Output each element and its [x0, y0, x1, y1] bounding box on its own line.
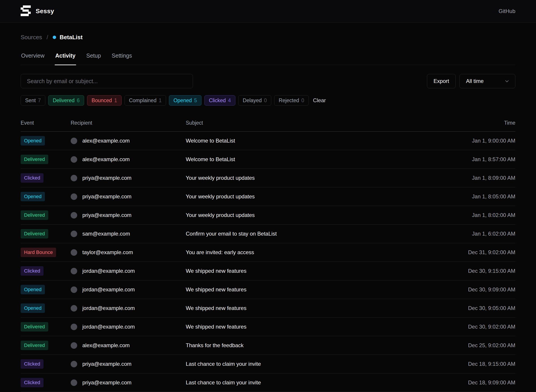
email-subject: Thanks for the feedback — [186, 342, 403, 349]
github-link[interactable]: GitHub — [498, 8, 515, 14]
event-badge: Opened — [21, 285, 45, 294]
event-badge: Delivered — [21, 229, 48, 238]
email-subject: You are invited: early access — [186, 249, 403, 256]
avatar — [71, 249, 77, 256]
event-badge: Clicked — [21, 359, 43, 369]
avatar — [71, 231, 77, 237]
breadcrumb-current: BetaList — [60, 34, 83, 41]
top-bar: Sessy GitHub — [0, 0, 536, 23]
event-time: Jan 1, 6:02:00 AM — [403, 231, 515, 237]
email-subject: Confirm your email to stay on BetaList — [186, 231, 403, 237]
recipient-email: jordan@example.com — [82, 324, 135, 330]
avatar — [71, 286, 77, 293]
table-row[interactable]: Opened jordan@example.com We shipped new… — [21, 280, 515, 299]
avatar — [71, 324, 77, 330]
main-content: Sources / BetaList OverviewActivitySetup… — [0, 34, 536, 392]
event-time: Jan 1, 8:05:00 AM — [403, 193, 515, 200]
recipient-email: priya@example.com — [82, 175, 132, 181]
event-badge: Opened — [21, 136, 45, 145]
table-row[interactable]: Clicked priya@example.com Your weekly pr… — [21, 169, 515, 187]
avatar — [71, 138, 77, 144]
event-badge: Clicked — [21, 173, 43, 183]
tab-settings[interactable]: Settings — [111, 52, 132, 65]
event-time: Jan 1, 9:00:00 AM — [403, 138, 515, 144]
event-time: Dec 18, 9:15:00 AM — [403, 361, 515, 367]
table-row[interactable]: Delivered alex@example.com Thanks for th… — [21, 336, 515, 355]
tab-overview[interactable]: Overview — [21, 52, 45, 65]
table-body: Opened alex@example.com Welcome to BetaL… — [21, 131, 515, 392]
avatar — [71, 361, 77, 367]
table-row[interactable]: Delivered priya@example.com Your weekly … — [21, 206, 515, 224]
recipient-email: priya@example.com — [82, 212, 132, 218]
event-badge: Opened — [21, 303, 45, 313]
email-subject: We shipped new features — [186, 286, 403, 293]
email-subject: Welcome to BetaList — [186, 156, 403, 163]
filter-chip-complained[interactable]: Complained 1 — [124, 95, 166, 106]
event-badge: Delivered — [21, 322, 48, 331]
table-row[interactable]: Delivered alex@example.com Welcome to Be… — [21, 150, 515, 169]
event-badge: Delivered — [21, 210, 48, 220]
table-row[interactable]: Opened priya@example.com Your weekly pro… — [21, 187, 515, 206]
avatar — [71, 175, 77, 181]
avatar — [71, 342, 77, 349]
table-row[interactable]: Opened alex@example.com Welcome to BetaL… — [21, 131, 515, 150]
email-subject: Welcome to BetaList — [186, 138, 403, 144]
table-row[interactable]: Hard Bounce taylor@example.com You are i… — [21, 243, 515, 262]
avatar — [71, 212, 77, 219]
breadcrumb-separator: / — [46, 34, 49, 41]
app-logo-icon — [21, 5, 31, 18]
table-row[interactable]: Opened jordan@example.com We shipped new… — [21, 299, 515, 317]
filter-chip-bounced[interactable]: Bounced 1 — [87, 95, 122, 106]
event-badge: Delivered — [21, 155, 48, 164]
tab-activity[interactable]: Activity — [55, 52, 76, 65]
filter-chip-sent[interactable]: Sent 7 — [21, 95, 45, 106]
email-subject: Your weekly product updates — [186, 212, 403, 218]
table-row[interactable]: Delivered jordan@example.com We shipped … — [21, 317, 515, 336]
toolbar-actions: Export All time — [427, 74, 515, 88]
tab-bar: OverviewActivitySetupSettings — [21, 52, 515, 65]
filter-chip-clicked[interactable]: Clicked 4 — [204, 95, 235, 106]
column-header-event: Event — [21, 120, 71, 126]
time-range-select[interactable]: All time — [460, 74, 515, 88]
avatar — [71, 379, 77, 386]
search-input[interactable] — [21, 74, 193, 88]
recipient-email: jordan@example.com — [82, 268, 135, 274]
recipient-email: priya@example.com — [82, 379, 132, 386]
event-badge: Delivered — [21, 341, 48, 350]
table-row[interactable]: Delivered sam@example.com Confirm your e… — [21, 224, 515, 243]
breadcrumb: Sources / BetaList — [21, 34, 515, 41]
filter-chip-delivered[interactable]: Delivered 6 — [48, 95, 84, 106]
recipient-email: alex@example.com — [82, 156, 130, 163]
filter-chip-delayed[interactable]: Delayed 0 — [238, 95, 271, 106]
brand[interactable]: Sessy — [21, 5, 54, 18]
filter-chip-opened[interactable]: Opened 5 — [169, 95, 201, 106]
table-row[interactable]: Clicked priya@example.com Last chance to… — [21, 373, 515, 392]
export-button[interactable]: Export — [427, 74, 456, 88]
breadcrumb-sources-link[interactable]: Sources — [21, 34, 42, 41]
avatar — [71, 156, 77, 163]
activity-table: Event Recipient Subject Time Opened alex… — [21, 120, 515, 392]
event-time: Dec 30, 9:05:00 AM — [403, 305, 515, 311]
event-badge: Clicked — [21, 378, 43, 387]
event-filter-bar: Sent 7 Delivered 6 Bounced 1 Complained … — [21, 95, 515, 106]
filter-chip-rejected[interactable]: Rejected 0 — [274, 95, 309, 106]
event-time: Dec 25, 9:02:00 AM — [403, 342, 515, 349]
email-subject: Last chance to claim your invite — [186, 379, 403, 386]
avatar — [71, 305, 77, 312]
time-range-value: All time — [466, 78, 484, 84]
table-row[interactable]: Clicked priya@example.com Last chance to… — [21, 355, 515, 373]
table-row[interactable]: Clicked jordan@example.com We shipped ne… — [21, 262, 515, 280]
column-header-recipient: Recipient — [71, 120, 186, 126]
event-time: Jan 1, 8:57:00 AM — [403, 156, 515, 163]
email-subject: We shipped new features — [186, 305, 403, 311]
recipient-email: priya@example.com — [82, 193, 132, 200]
recipient-email: alex@example.com — [82, 342, 130, 349]
column-header-subject: Subject — [186, 120, 403, 126]
recipient-email: priya@example.com — [82, 361, 132, 367]
event-time: Dec 31, 9:02:00 AM — [403, 249, 515, 256]
table-header-row: Event Recipient Subject Time — [21, 120, 515, 131]
clear-filters-button[interactable]: Clear — [312, 97, 326, 103]
app-title: Sessy — [36, 8, 54, 15]
avatar — [71, 268, 77, 274]
tab-setup[interactable]: Setup — [86, 52, 101, 65]
